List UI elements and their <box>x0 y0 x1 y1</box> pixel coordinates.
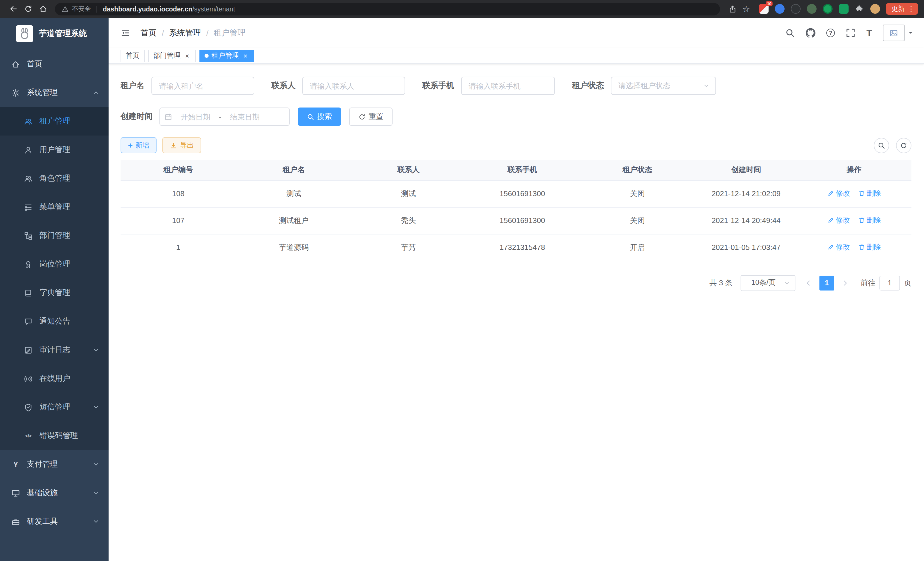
sidebar-item-devtools[interactable]: 研发工具 <box>0 507 109 536</box>
sidebar-item-dept[interactable]: 部门管理 <box>0 221 109 250</box>
cell-tenant-id: 107 <box>121 207 236 234</box>
trash-icon <box>858 244 865 251</box>
share-icon[interactable] <box>726 2 740 16</box>
help-icon[interactable] <box>826 29 835 37</box>
sidebar-item-tenant[interactable]: 租户管理 <box>0 107 109 135</box>
extension-icon[interactable] <box>791 4 801 14</box>
sidebar-item-home[interactable]: 首页 <box>0 50 109 78</box>
extension-icon[interactable] <box>823 4 832 14</box>
fullscreen-icon[interactable] <box>846 28 855 38</box>
pencil-icon <box>827 190 834 197</box>
browser-reload-icon[interactable] <box>21 2 35 16</box>
cell-status: 关闭 <box>579 207 695 234</box>
phone-input[interactable] <box>461 77 555 95</box>
tenant-name-input[interactable] <box>152 77 254 95</box>
sidebar-item-system[interactable]: 系统管理 <box>0 78 109 107</box>
omnibox-divider <box>97 5 97 12</box>
browser-back-icon[interactable] <box>6 2 21 16</box>
user-avatar-menu[interactable] <box>883 25 914 41</box>
browser-home-icon[interactable] <box>35 2 50 16</box>
post-badge-icon <box>24 260 33 268</box>
shield-icon <box>24 403 33 411</box>
sidebar-item-dict[interactable]: 字典管理 <box>0 278 109 307</box>
refresh-table-button[interactable] <box>896 138 911 153</box>
sidebar-item-sms[interactable]: 短信管理 <box>0 393 109 421</box>
sidebar-item-infra[interactable]: 基础设施 <box>0 479 109 507</box>
gear-icon <box>11 88 20 97</box>
tag-dept[interactable]: 部门管理 <box>148 50 196 62</box>
extension-icon[interactable] <box>839 4 849 14</box>
start-date-input[interactable] <box>173 112 218 121</box>
col-created: 创建时间 <box>695 160 796 180</box>
sidebar-item-error-code[interactable]: 错误码管理 <box>0 421 109 450</box>
sidebar-item-notice[interactable]: 通知公告 <box>0 307 109 336</box>
next-page-button[interactable] <box>837 275 854 291</box>
chevron-left-icon <box>805 279 812 286</box>
table-header-row: 租户编号 租户名 联系人 联系手机 租户状态 创建时间 操作 <box>121 160 911 180</box>
sidebar-item-role[interactable]: 角色管理 <box>0 164 109 193</box>
status-select[interactable]: 请选择租户状态 <box>611 77 716 95</box>
extension-icon[interactable] <box>807 4 817 14</box>
extension-icon[interactable]: 10 <box>759 4 769 14</box>
refresh-icon <box>900 141 908 149</box>
browser-profile-avatar[interactable] <box>870 4 880 14</box>
update-label: 更新 <box>891 5 904 13</box>
tree-table-icon <box>24 203 33 211</box>
delete-link[interactable]: 删除 <box>858 189 881 199</box>
hamburger-icon[interactable] <box>116 23 135 43</box>
monitor-icon <box>11 489 20 497</box>
close-icon[interactable] <box>183 52 191 59</box>
date-range-picker[interactable]: - <box>159 108 290 126</box>
search-icon[interactable] <box>785 28 795 38</box>
cell-contact: 秃头 <box>351 207 465 234</box>
page-number-current[interactable]: 1 <box>819 275 834 290</box>
end-date-input[interactable] <box>223 112 267 121</box>
github-icon[interactable] <box>806 28 815 38</box>
delete-link[interactable]: 删除 <box>858 242 881 252</box>
col-status: 租户状态 <box>579 160 695 180</box>
tags-view: 首页 部门管理 租户管理 <box>109 48 924 64</box>
goto-label: 前往 <box>861 278 875 288</box>
people-icon <box>24 117 33 126</box>
breadcrumb-home[interactable]: 首页 <box>141 28 157 38</box>
font-size-icon[interactable] <box>866 28 872 38</box>
app-logo[interactable]: 芋道管理系统 <box>0 18 109 50</box>
contact-label: 联系人 <box>272 81 296 91</box>
browser-update-button[interactable]: 更新 <box>886 3 918 15</box>
sidebar-item-online-user[interactable]: 在线用户 <box>0 364 109 393</box>
reset-button[interactable]: 重置 <box>349 108 393 126</box>
goto-page-input[interactable] <box>879 275 900 290</box>
add-button[interactable]: 新增 <box>121 137 157 153</box>
sidebar-item-audit-log[interactable]: 审计日志 <box>0 336 109 364</box>
extensions-puzzle-icon[interactable] <box>855 4 864 14</box>
toggle-search-button[interactable] <box>874 138 889 153</box>
main-area: 首页 / 系统管理 / 租户管理 <box>109 18 924 561</box>
close-icon[interactable] <box>242 52 249 59</box>
address-bar[interactable]: 不安全 dashboard.yudao.iocoder.cn/system/te… <box>55 3 720 15</box>
sidebar-item-payment[interactable]: 支付管理 <box>0 450 109 479</box>
table-toolbar: 新增 导出 <box>121 137 911 153</box>
breadcrumb-system[interactable]: 系统管理 <box>169 28 201 38</box>
sidebar-item-post[interactable]: 岗位管理 <box>0 250 109 278</box>
browser-toolbar: 不安全 dashboard.yudao.iocoder.cn/system/te… <box>0 0 924 18</box>
export-button[interactable]: 导出 <box>162 137 201 153</box>
bookmark-star-icon[interactable] <box>740 2 753 16</box>
col-actions: 操作 <box>797 160 911 180</box>
sidebar-item-user[interactable]: 用户管理 <box>0 135 109 164</box>
chevron-down-icon <box>93 490 99 496</box>
tag-tenant[interactable]: 租户管理 <box>200 50 254 62</box>
sidebar-item-menu[interactable]: 菜单管理 <box>0 193 109 221</box>
search-button[interactable]: 搜索 <box>298 108 341 126</box>
page-url: dashboard.yudao.iocoder.cn/system/tenant <box>103 5 235 12</box>
edit-link[interactable]: 修改 <box>827 242 850 252</box>
filter-create-time: 创建时间 - <box>121 108 290 126</box>
delete-link[interactable]: 删除 <box>858 216 881 225</box>
tag-home[interactable]: 首页 <box>121 50 145 62</box>
edit-link[interactable]: 修改 <box>827 216 850 225</box>
contact-input[interactable] <box>302 77 405 95</box>
extension-icon[interactable] <box>775 4 784 14</box>
page-size-select[interactable]: 10条/页 <box>741 275 795 291</box>
edit-link[interactable]: 修改 <box>827 189 850 199</box>
prev-page-button[interactable] <box>800 275 817 291</box>
cell-tenant-id: 108 <box>121 180 236 207</box>
